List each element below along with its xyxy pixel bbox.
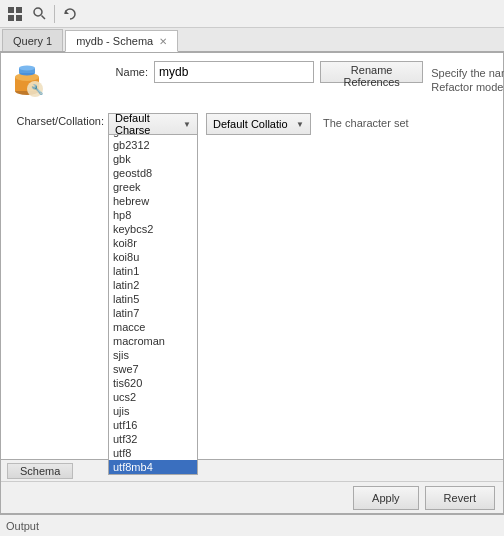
charset-item[interactable]: latin5 [109, 292, 197, 306]
tab-mydb-label: mydb - Schema [76, 35, 153, 47]
tab-mydb[interactable]: mydb - Schema ✕ [65, 30, 178, 52]
charset-label: Charset/Collation: [9, 115, 104, 127]
tabs-bar: Query 1 mydb - Schema ✕ [0, 28, 504, 52]
schema-icon-area: 🔧 [9, 57, 45, 105]
charset-item[interactable]: koi8u [109, 250, 197, 264]
svg-rect-3 [16, 15, 22, 21]
charset-item[interactable]: keybcs2 [109, 222, 197, 236]
output-bar: Output [0, 514, 504, 536]
charset-item[interactable]: hp8 [109, 208, 197, 222]
spacer [1, 135, 503, 459]
charset-dropdown-container: Default Charse ▼ cp866cp932dec8eucjpmseu… [108, 113, 198, 135]
schema-icon: 🔧 [9, 63, 45, 99]
fields-section: Name: Rename References [53, 53, 423, 105]
hint-refactor: Refactor model, [431, 81, 504, 93]
charset-item[interactable]: gbk [109, 152, 197, 166]
schema-tab-button[interactable]: Schema [7, 463, 73, 479]
schema-tab-label: Schema [20, 465, 60, 477]
svg-rect-0 [8, 7, 14, 13]
name-input[interactable] [154, 61, 314, 83]
toolbar-btn-refresh[interactable] [59, 3, 81, 25]
hint-column: Specify the name Refactor model, [423, 53, 504, 105]
hint-name: Specify the name [431, 67, 504, 79]
toolbar-btn-grid[interactable] [4, 3, 26, 25]
charset-item[interactable]: ucs2 [109, 390, 197, 404]
charset-row: Charset/Collation: Default Charse ▼ cp86… [1, 113, 503, 135]
charset-item[interactable]: gb2312 [109, 138, 197, 152]
rename-references-button[interactable]: Rename References [320, 61, 423, 83]
toolbar [0, 0, 504, 28]
charset-item[interactable]: ujis [109, 404, 197, 418]
top-section: 🔧 Name: Rename References Specify the na… [1, 53, 503, 105]
name-row: Name: Rename References [53, 61, 423, 83]
charset-item[interactable]: utf8 [109, 446, 197, 460]
svg-rect-1 [16, 7, 22, 13]
collation-arrow-icon: ▼ [296, 120, 304, 129]
name-label: Name: [53, 66, 148, 78]
charset-item[interactable]: latin2 [109, 278, 197, 292]
charset-item[interactable]: utf8mb4 [109, 460, 197, 474]
hint-charset: The character set [323, 117, 409, 129]
tab-query1[interactable]: Query 1 [2, 29, 63, 51]
charset-item[interactable]: latin7 [109, 306, 197, 320]
output-label: Output [6, 520, 39, 532]
toolbar-btn-search[interactable] [28, 3, 50, 25]
charset-item[interactable]: tis620 [109, 376, 197, 390]
charset-item[interactable]: latin1 [109, 264, 197, 278]
svg-text:🔧: 🔧 [31, 83, 44, 96]
charset-item[interactable]: macroman [109, 334, 197, 348]
tab-mydb-close[interactable]: ✕ [159, 36, 167, 47]
charset-item[interactable]: swe7 [109, 362, 197, 376]
charset-item[interactable]: geostd8 [109, 166, 197, 180]
revert-button[interactable]: Revert [425, 486, 495, 510]
svg-point-12 [19, 66, 35, 71]
collation-dropdown[interactable]: Default Collatio ▼ [206, 113, 311, 135]
charset-selected-label: Default Charse [115, 112, 183, 136]
action-bar: Apply Revert [1, 481, 503, 513]
toolbar-separator [54, 5, 55, 23]
charset-item[interactable]: macce [109, 320, 197, 334]
charset-item[interactable]: hebrew [109, 194, 197, 208]
svg-line-5 [41, 16, 45, 20]
charset-dropdown[interactable]: Default Charse ▼ [108, 113, 198, 135]
collation-selected-label: Default Collatio [213, 118, 288, 130]
charset-item[interactable]: sjis [109, 348, 197, 362]
svg-rect-2 [8, 15, 14, 21]
main-content: 🔧 Name: Rename References Specify the na… [0, 52, 504, 514]
charset-item[interactable]: utf16 [109, 418, 197, 432]
charset-item[interactable]: utf32 [109, 432, 197, 446]
bottom-tabs: Schema [1, 459, 503, 481]
apply-button[interactable]: Apply [353, 486, 419, 510]
charset-arrow-icon: ▼ [183, 120, 191, 129]
charset-dropdown-list[interactable]: cp866cp932dec8eucjpmseuckrgb18030gb2312g… [108, 135, 198, 475]
charset-item[interactable]: koi8r [109, 236, 197, 250]
tab-query1-label: Query 1 [13, 35, 52, 47]
svg-point-4 [34, 8, 42, 16]
charset-item[interactable]: greek [109, 180, 197, 194]
